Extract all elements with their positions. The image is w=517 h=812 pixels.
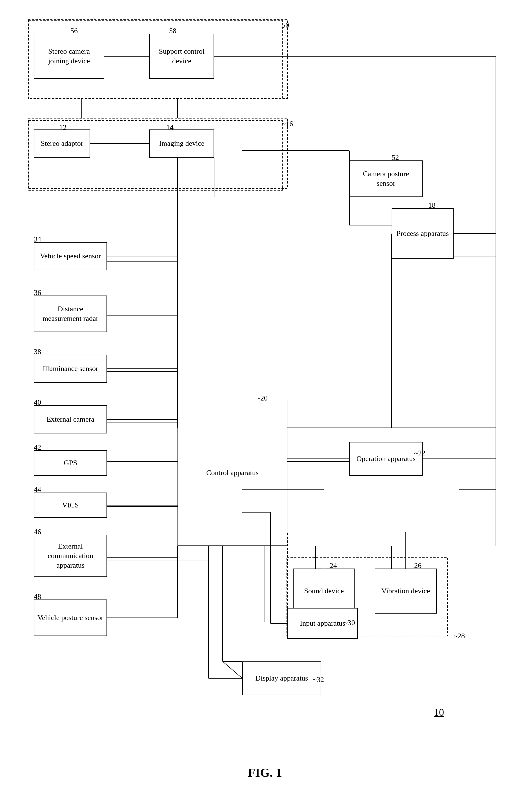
vehicle-speed-sensor-box: Vehicle speed sensor — [34, 242, 107, 270]
distance-measurement-radar-box: Distance measurement radar — [34, 295, 107, 332]
external-camera-box: External camera — [34, 405, 107, 433]
ref-28: ~28 — [454, 632, 465, 640]
ref-46: 46 — [34, 528, 41, 536]
ref-40: 40 — [34, 398, 41, 407]
ref-38: 38 — [34, 348, 41, 356]
ref-58: 58 — [169, 27, 176, 35]
ref-56: 56 — [71, 27, 78, 35]
vics-box: VICS — [34, 493, 107, 518]
support-control-box: Support control device — [149, 34, 214, 79]
camera-posture-sensor-box: Camera posture sensor — [349, 161, 423, 197]
ref-20: ~20 — [256, 394, 268, 403]
imaging-device-box: Imaging device — [149, 129, 214, 157]
display-apparatus-box: Display apparatus — [242, 661, 321, 695]
ref-36: 36 — [34, 289, 41, 297]
stereo-camera-joining-box: Stereo camera joining device — [34, 34, 104, 79]
ref-48: 48 — [34, 592, 41, 601]
ref-18: 18 — [428, 201, 436, 210]
ref-32: ~32 — [313, 675, 324, 684]
sound-device-box: Sound device — [293, 569, 355, 614]
external-comm-box: External communication apparatus — [34, 535, 107, 577]
ref-50: 50 — [282, 21, 289, 30]
ref-14: 14 — [166, 123, 173, 132]
ref-24: 24 — [330, 561, 337, 570]
ref-26: 26 — [414, 561, 421, 570]
ref-44: 44 — [34, 486, 41, 494]
gps-box: GPS — [34, 450, 107, 476]
figure-label: FIG. 1 — [209, 765, 321, 780]
ref-22: ~22 — [414, 449, 426, 457]
illuminance-sensor-box: Illuminance sensor — [34, 355, 107, 383]
ref-10: 10 — [434, 706, 444, 718]
ref-34: 34 — [34, 235, 41, 243]
ref-12: 12 — [59, 123, 66, 132]
diagram: Stereo camera joining device 56 Support … — [11, 11, 506, 785]
process-apparatus-box: Process apparatus — [391, 208, 454, 259]
operation-apparatus-box: Operation apparatus — [349, 442, 423, 476]
control-apparatus-box: Control apparatus — [178, 400, 288, 546]
stereo-adaptor-box: Stereo adaptor — [34, 129, 90, 157]
svg-line-71 — [223, 661, 242, 678]
vibration-device-box: Vibration device — [375, 569, 437, 614]
ref-30: ~30 — [344, 619, 355, 627]
ref-16: ~16 — [282, 120, 293, 128]
ref-52: 52 — [391, 153, 399, 162]
vehicle-posture-sensor-box: Vehicle posture sensor — [34, 600, 107, 636]
ref-42: 42 — [34, 443, 41, 452]
